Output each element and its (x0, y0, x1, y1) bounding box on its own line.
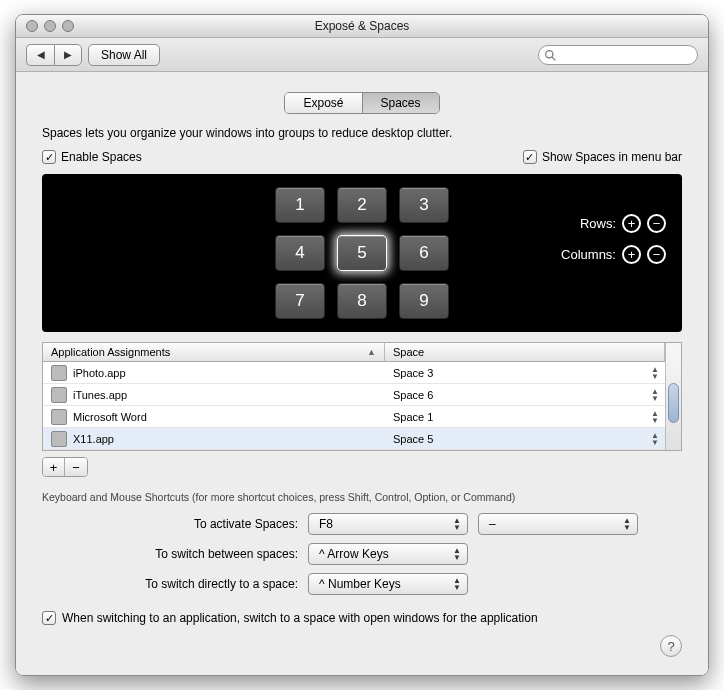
space-cell-1[interactable]: 1 (275, 187, 325, 223)
toolbar: ◀ ▶ Show All (16, 38, 708, 72)
assignments-table: Application Assignments ▲ Space iPhoto.a… (42, 342, 682, 451)
tab-spaces[interactable]: Spaces (363, 93, 439, 113)
app-icon (51, 409, 67, 425)
add-button[interactable]: + (43, 458, 65, 476)
remove-button[interactable]: − (65, 458, 87, 476)
tab-group: Exposé Spaces (284, 92, 439, 114)
back-button[interactable]: ◀ (26, 44, 54, 66)
app-name: X11.app (73, 433, 114, 445)
space-cell-4[interactable]: 4 (275, 235, 325, 271)
titlebar: Exposé & Spaces (16, 15, 708, 38)
help-button[interactable]: ? (660, 635, 682, 657)
space-value: Space 5 (393, 433, 433, 445)
close-icon[interactable] (26, 20, 38, 32)
search-input[interactable] (538, 45, 698, 65)
app-icon (51, 387, 67, 403)
checkbox-icon: ✓ (42, 611, 56, 625)
window-controls (26, 20, 74, 32)
enable-spaces-label: Enable Spaces (61, 150, 142, 164)
table-row[interactable]: X11.appSpace 5▲▼ (43, 428, 665, 450)
show-menubar-checkbox[interactable]: ✓ Show Spaces in menu bar (523, 150, 682, 164)
columns-add-button[interactable]: + (622, 245, 641, 264)
table-row[interactable]: Microsoft WordSpace 1▲▼ (43, 406, 665, 428)
svg-line-1 (552, 57, 555, 60)
col-header-application[interactable]: Application Assignments ▲ (43, 343, 385, 361)
spaces-grid: 123456789 (275, 187, 449, 319)
chevron-updown-icon: ▲▼ (453, 577, 461, 591)
direct-label: To switch directly to a space: (42, 577, 298, 591)
columns-remove-button[interactable]: − (647, 245, 666, 264)
app-icon (51, 431, 67, 447)
svg-point-0 (546, 50, 553, 57)
switch-label: To switch between spaces: (42, 547, 298, 561)
switch-app-label: When switching to an application, switch… (62, 611, 538, 625)
space-value: Space 3 (393, 367, 433, 379)
app-name: Microsoft Word (73, 411, 147, 423)
chevron-updown-icon: ▲▼ (453, 547, 461, 561)
chevron-updown-icon[interactable]: ▲▼ (651, 410, 659, 424)
app-name: iPhoto.app (73, 367, 126, 379)
shortcuts-title: Keyboard and Mouse Shortcuts (for more s… (42, 491, 682, 503)
minimize-icon[interactable] (44, 20, 56, 32)
nav-segment: ◀ ▶ (26, 44, 82, 66)
forward-button[interactable]: ▶ (54, 44, 82, 66)
space-cell-2[interactable]: 2 (337, 187, 387, 223)
space-value: Space 1 (393, 411, 433, 423)
show-all-button[interactable]: Show All (88, 44, 160, 66)
space-cell-5[interactable]: 5 (337, 235, 387, 271)
window-title: Exposé & Spaces (315, 19, 410, 33)
direct-key-select[interactable]: ^ Number Keys ▲▼ (308, 573, 468, 595)
switch-key-select[interactable]: ^ Arrow Keys ▲▼ (308, 543, 468, 565)
search-icon (544, 49, 557, 62)
chevron-updown-icon[interactable]: ▲▼ (651, 366, 659, 380)
sort-asc-icon: ▲ (367, 347, 376, 357)
table-row[interactable]: iPhoto.appSpace 3▲▼ (43, 362, 665, 384)
activate-mouse-select[interactable]: – ▲▼ (478, 513, 638, 535)
rows-add-button[interactable]: + (622, 214, 641, 233)
switch-app-checkbox[interactable]: ✓ When switching to an application, swit… (42, 611, 682, 625)
tab-expose[interactable]: Exposé (285, 93, 362, 113)
spaces-preview: 123456789 Rows: + − Columns: + − (42, 174, 682, 332)
scrollbar-thumb[interactable] (668, 383, 679, 423)
description-text: Spaces lets you organize your windows in… (42, 126, 682, 140)
space-cell-8[interactable]: 8 (337, 283, 387, 319)
rows-label: Rows: (580, 216, 616, 231)
chevron-updown-icon: ▲▼ (453, 517, 461, 531)
chevron-updown-icon[interactable]: ▲▼ (651, 432, 659, 446)
add-remove-segment: + − (42, 457, 88, 477)
activate-key-select[interactable]: F8 ▲▼ (308, 513, 468, 535)
chevron-updown-icon[interactable]: ▲▼ (651, 388, 659, 402)
col-header-space[interactable]: Space (385, 343, 665, 361)
show-menubar-label: Show Spaces in menu bar (542, 150, 682, 164)
prefs-window: Exposé & Spaces ◀ ▶ Show All Exposé Spac… (15, 14, 709, 676)
scrollbar[interactable] (665, 343, 681, 450)
enable-spaces-checkbox[interactable]: ✓ Enable Spaces (42, 150, 142, 164)
app-name: iTunes.app (73, 389, 127, 401)
space-cell-7[interactable]: 7 (275, 283, 325, 319)
rows-remove-button[interactable]: − (647, 214, 666, 233)
checkbox-icon: ✓ (42, 150, 56, 164)
columns-label: Columns: (561, 247, 616, 262)
space-cell-6[interactable]: 6 (399, 235, 449, 271)
chevron-updown-icon: ▲▼ (623, 517, 631, 531)
checkbox-icon: ✓ (523, 150, 537, 164)
activate-label: To activate Spaces: (42, 517, 298, 531)
space-cell-3[interactable]: 3 (399, 187, 449, 223)
zoom-icon[interactable] (62, 20, 74, 32)
app-icon (51, 365, 67, 381)
space-cell-9[interactable]: 9 (399, 283, 449, 319)
table-row[interactable]: iTunes.appSpace 6▲▼ (43, 384, 665, 406)
space-value: Space 6 (393, 389, 433, 401)
main-panel: Exposé Spaces Spaces lets you organize y… (16, 72, 708, 675)
